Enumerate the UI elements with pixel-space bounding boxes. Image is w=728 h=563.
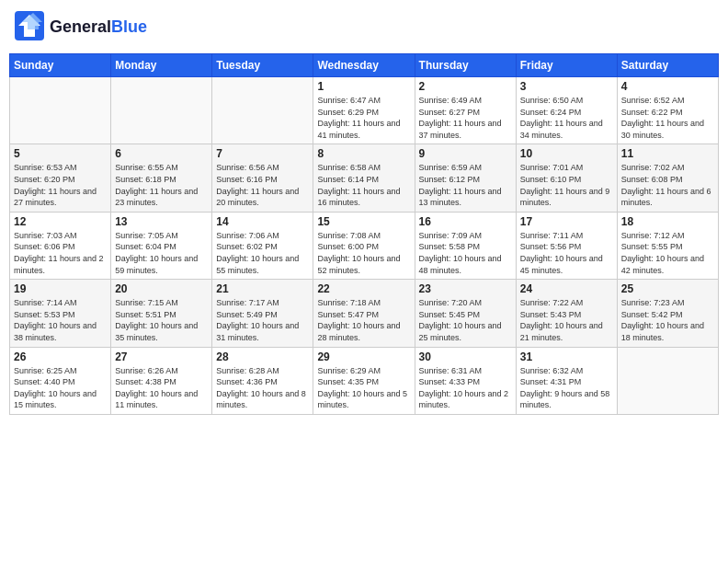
day-number: 14 [216,215,309,228]
calendar-cell: 11Sunrise: 7:02 AM Sunset: 6:08 PM Dayli… [617,144,718,212]
day-info: Sunrise: 6:53 AM Sunset: 6:20 PM Dayligh… [14,162,107,208]
day-number: 30 [419,350,512,363]
weekday-friday: Friday [516,54,617,77]
calendar-cell: 20Sunrise: 7:15 AM Sunset: 5:51 PM Dayli… [111,280,212,347]
day-info: Sunrise: 6:55 AM Sunset: 6:18 PM Dayligh… [115,162,208,208]
day-info: Sunrise: 6:49 AM Sunset: 6:27 PM Dayligh… [419,95,512,141]
logo-icon [13,9,46,42]
calendar-cell: 17Sunrise: 7:11 AM Sunset: 5:56 PM Dayli… [516,212,617,279]
calendar-cell: 7Sunrise: 6:56 AM Sunset: 6:16 PM Daylig… [212,144,313,212]
weekday-tuesday: Tuesday [212,54,313,77]
calendar-cell: 31Sunrise: 6:32 AM Sunset: 4:31 PM Dayli… [516,347,617,414]
day-number: 24 [520,282,613,295]
day-number: 25 [621,282,714,295]
day-info: Sunrise: 6:50 AM Sunset: 6:24 PM Dayligh… [520,95,613,141]
calendar-cell [111,77,212,144]
day-info: Sunrise: 7:03 AM Sunset: 6:06 PM Dayligh… [14,230,107,276]
day-info: Sunrise: 6:32 AM Sunset: 4:31 PM Dayligh… [520,365,613,411]
day-number: 23 [419,282,512,295]
day-number: 3 [520,80,613,93]
day-number: 19 [14,282,107,295]
logo-text-general: GeneralBlue [50,18,147,37]
calendar-cell: 15Sunrise: 7:08 AM Sunset: 6:00 PM Dayli… [313,212,415,279]
day-number: 13 [115,215,208,228]
day-number: 7 [216,147,309,160]
calendar-cell: 30Sunrise: 6:31 AM Sunset: 4:33 PM Dayli… [415,347,516,414]
calendar-cell: 28Sunrise: 6:28 AM Sunset: 4:36 PM Dayli… [212,347,313,414]
day-number: 27 [115,350,208,363]
day-info: Sunrise: 6:29 AM Sunset: 4:35 PM Dayligh… [317,365,410,411]
calendar-cell: 25Sunrise: 7:23 AM Sunset: 5:42 PM Dayli… [617,280,718,347]
day-info: Sunrise: 6:58 AM Sunset: 6:14 PM Dayligh… [317,162,410,208]
weekday-wednesday: Wednesday [313,54,415,77]
calendar-cell: 14Sunrise: 7:06 AM Sunset: 6:02 PM Dayli… [212,212,313,279]
day-number: 15 [317,215,410,228]
day-number: 10 [520,147,613,160]
calendar-cell: 1Sunrise: 6:47 AM Sunset: 6:29 PM Daylig… [313,77,415,144]
day-info: Sunrise: 7:23 AM Sunset: 5:42 PM Dayligh… [621,297,714,343]
calendar-week-4: 19Sunrise: 7:14 AM Sunset: 5:53 PM Dayli… [10,280,719,347]
day-number: 9 [419,147,512,160]
calendar-cell: 6Sunrise: 6:55 AM Sunset: 6:18 PM Daylig… [111,144,212,212]
day-info: Sunrise: 6:56 AM Sunset: 6:16 PM Dayligh… [216,162,309,208]
calendar-cell [212,77,313,144]
weekday-thursday: Thursday [415,54,516,77]
calendar-cell: 26Sunrise: 6:25 AM Sunset: 4:40 PM Dayli… [10,347,111,414]
day-number: 28 [216,350,309,363]
calendar-cell: 19Sunrise: 7:14 AM Sunset: 5:53 PM Dayli… [10,280,111,347]
calendar-week-2: 5Sunrise: 6:53 AM Sunset: 6:20 PM Daylig… [10,144,719,212]
day-number: 5 [14,147,107,160]
calendar-cell: 16Sunrise: 7:09 AM Sunset: 5:58 PM Dayli… [415,212,516,279]
day-number: 16 [419,215,512,228]
day-info: Sunrise: 7:17 AM Sunset: 5:49 PM Dayligh… [216,297,309,343]
calendar-cell: 18Sunrise: 7:12 AM Sunset: 5:55 PM Dayli… [617,212,718,279]
calendar-cell: 5Sunrise: 6:53 AM Sunset: 6:20 PM Daylig… [10,144,111,212]
calendar-week-1: 1Sunrise: 6:47 AM Sunset: 6:29 PM Daylig… [10,77,719,144]
logo: GeneralBlue [13,9,147,46]
calendar-cell: 2Sunrise: 6:49 AM Sunset: 6:27 PM Daylig… [415,77,516,144]
calendar-cell: 12Sunrise: 7:03 AM Sunset: 6:06 PM Dayli… [10,212,111,279]
day-number: 11 [621,147,714,160]
weekday-sunday: Sunday [10,54,111,77]
calendar-cell: 29Sunrise: 6:29 AM Sunset: 4:35 PM Dayli… [313,347,415,414]
calendar-cell [617,347,718,414]
day-info: Sunrise: 7:22 AM Sunset: 5:43 PM Dayligh… [520,297,613,343]
weekday-monday: Monday [111,54,212,77]
day-number: 17 [520,215,613,228]
day-number: 1 [317,80,410,93]
calendar-cell: 10Sunrise: 7:01 AM Sunset: 6:10 PM Dayli… [516,144,617,212]
calendar-week-5: 26Sunrise: 6:25 AM Sunset: 4:40 PM Dayli… [10,347,719,414]
weekday-header-row: SundayMondayTuesdayWednesdayThursdayFrid… [10,54,719,77]
day-info: Sunrise: 7:12 AM Sunset: 5:55 PM Dayligh… [621,230,714,276]
calendar-cell [10,77,111,144]
day-number: 21 [216,282,309,295]
day-info: Sunrise: 7:18 AM Sunset: 5:47 PM Dayligh… [317,297,410,343]
day-info: Sunrise: 7:05 AM Sunset: 6:04 PM Dayligh… [115,230,208,276]
day-info: Sunrise: 6:59 AM Sunset: 6:12 PM Dayligh… [419,162,512,208]
day-info: Sunrise: 7:06 AM Sunset: 6:02 PM Dayligh… [216,230,309,276]
day-info: Sunrise: 6:31 AM Sunset: 4:33 PM Dayligh… [419,365,512,411]
calendar-table: SundayMondayTuesdayWednesdayThursdayFrid… [9,53,719,415]
calendar-cell: 4Sunrise: 6:52 AM Sunset: 6:22 PM Daylig… [617,77,718,144]
day-info: Sunrise: 7:15 AM Sunset: 5:51 PM Dayligh… [115,297,208,343]
day-info: Sunrise: 7:09 AM Sunset: 5:58 PM Dayligh… [419,230,512,276]
day-info: Sunrise: 7:08 AM Sunset: 6:00 PM Dayligh… [317,230,410,276]
calendar-cell: 21Sunrise: 7:17 AM Sunset: 5:49 PM Dayli… [212,280,313,347]
day-number: 18 [621,215,714,228]
day-info: Sunrise: 6:28 AM Sunset: 4:36 PM Dayligh… [216,365,309,411]
calendar-cell: 22Sunrise: 7:18 AM Sunset: 5:47 PM Dayli… [313,280,415,347]
day-number: 4 [621,80,714,93]
day-number: 2 [419,80,512,93]
calendar-cell: 24Sunrise: 7:22 AM Sunset: 5:43 PM Dayli… [516,280,617,347]
day-info: Sunrise: 6:52 AM Sunset: 6:22 PM Dayligh… [621,95,714,141]
day-number: 8 [317,147,410,160]
day-info: Sunrise: 7:14 AM Sunset: 5:53 PM Dayligh… [14,297,107,343]
day-info: Sunrise: 7:11 AM Sunset: 5:56 PM Dayligh… [520,230,613,276]
calendar-cell: 9Sunrise: 6:59 AM Sunset: 6:12 PM Daylig… [415,144,516,212]
day-info: Sunrise: 6:26 AM Sunset: 4:38 PM Dayligh… [115,365,208,411]
header: GeneralBlue [9,9,719,46]
day-number: 26 [14,350,107,363]
day-info: Sunrise: 7:20 AM Sunset: 5:45 PM Dayligh… [419,297,512,343]
day-number: 20 [115,282,208,295]
calendar-cell: 23Sunrise: 7:20 AM Sunset: 5:45 PM Dayli… [415,280,516,347]
